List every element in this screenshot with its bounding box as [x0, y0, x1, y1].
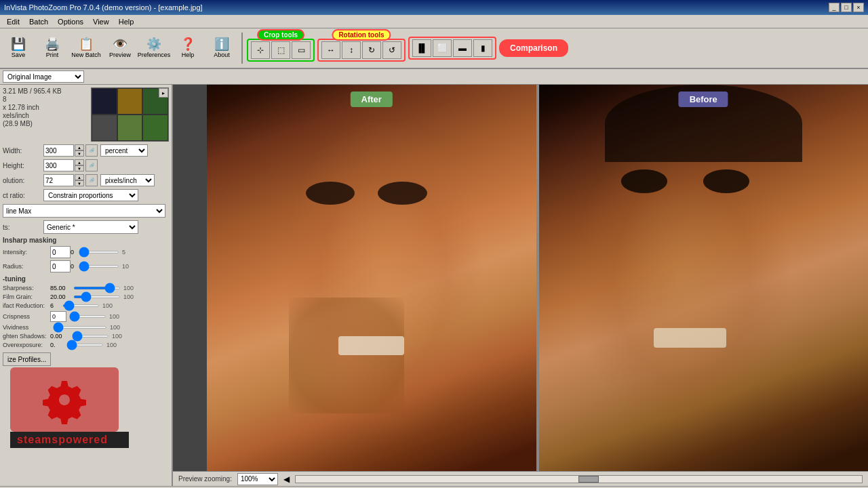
horizontal-scrollbar[interactable]	[295, 475, 863, 483]
original-image-select[interactable]: Original Image	[3, 70, 84, 83]
zoom-select[interactable]: 100% 50% 150% 200%	[237, 473, 278, 485]
expand-thumb-button[interactable]: ▸	[159, 88, 168, 98]
radius-input[interactable]	[50, 260, 71, 272]
height-input[interactable]	[43, 159, 74, 171]
width-unit-select[interactable]: percent pixels inch cm	[100, 144, 148, 157]
radius-slider[interactable]	[79, 265, 119, 268]
preview-after: After	[207, 85, 536, 471]
rotate-ccw-button[interactable]: ↺	[382, 41, 401, 59]
size-value: x 12.78 inch	[3, 104, 39, 111]
help-button[interactable]: ❓ Help	[172, 31, 203, 65]
aspect-ratio-select[interactable]: Constrain proportions Free	[43, 189, 138, 201]
method-row: line Max	[3, 204, 169, 218]
steam-bg	[10, 367, 119, 432]
radius-min: 0	[71, 263, 76, 270]
res-unit: pixels/inch pixels/cm	[100, 174, 155, 186]
lighten-shadows-row: ghten Shadows: 0.00 100	[3, 333, 169, 340]
comparison-button[interactable]: Comparison	[499, 39, 568, 57]
before-teeth	[654, 328, 726, 348]
menu-view[interactable]: View	[89, 16, 113, 27]
lighten-shadows-slider[interactable]	[72, 335, 109, 338]
preferences-label: Preferences	[138, 52, 171, 58]
thumb-cell-4	[92, 115, 117, 141]
preview-button[interactable]: 👁️ Preview	[104, 31, 136, 65]
file-size-value: 3.21 MB / 965.4 KB	[3, 87, 62, 95]
about-label: About	[214, 52, 230, 58]
maximize-button[interactable]: □	[841, 3, 852, 12]
vividness-slider[interactable]	[53, 326, 107, 329]
new-size-row: (28.9 MB)	[3, 120, 88, 127]
width-input[interactable]	[43, 144, 74, 157]
view-single-button[interactable]: ▮	[473, 39, 492, 57]
method-select[interactable]: line Max	[3, 204, 165, 218]
crispness-input[interactable]	[50, 311, 66, 322]
artifact-row: ifact Reduction: 6 100	[3, 302, 169, 309]
sharpness-slider[interactable]	[73, 287, 121, 289]
presets-row: ts: Generic *	[3, 220, 169, 234]
res-unit-select[interactable]: pixels/inch pixels/cm	[100, 174, 155, 186]
crispness-slider[interactable]	[69, 315, 106, 318]
close-button[interactable]: ×	[853, 3, 864, 12]
resolution-label: olution:	[3, 177, 43, 184]
about-button[interactable]: ℹ️ About	[206, 31, 237, 65]
expand-icon[interactable]: ▸	[159, 88, 168, 98]
scroll-left-button[interactable]: ◀	[283, 474, 290, 484]
menu-edit[interactable]: Edit	[3, 16, 24, 27]
preview-before: Before	[539, 85, 869, 471]
select-tool-button[interactable]: ⊹	[251, 41, 270, 59]
res-lock-button[interactable]: 🔗	[85, 174, 98, 186]
new-batch-button[interactable]: 📋 New Batch	[71, 31, 102, 65]
height-lock-button[interactable]: 🔗	[85, 159, 98, 171]
sharpness-value: 85.00	[50, 285, 71, 291]
preferences-button[interactable]: ⚙️ Preferences	[138, 31, 170, 65]
print-button[interactable]: 🖨️ Print	[37, 31, 68, 65]
overexposure-row: Overexposure: 0. 100	[3, 342, 169, 348]
dimensions-row: 8	[3, 96, 88, 103]
crop-custom-button[interactable]: ▭	[292, 41, 311, 59]
film-grain-label: Film Grain:	[3, 293, 50, 300]
height-up-button[interactable]: ▲	[75, 159, 84, 165]
preferences-icon: ⚙️	[146, 38, 161, 50]
view-split-h-button[interactable]: ▬	[453, 39, 472, 57]
film-grain-max: 100	[123, 293, 140, 300]
res-down-button[interactable]: ▼	[75, 180, 84, 186]
menu-batch[interactable]: Batch	[25, 16, 52, 27]
before-face-highlight	[572, 123, 818, 432]
minimize-button[interactable]: _	[829, 3, 840, 12]
crop-rect-button[interactable]: ⬚	[271, 41, 290, 59]
after-eye-right	[378, 182, 427, 205]
flip-v-button[interactable]: ↕	[342, 41, 361, 59]
save-button[interactable]: 💾 Save	[3, 31, 34, 65]
crispness-max: 100	[109, 313, 126, 320]
view-side-by-side-button[interactable]: ▐▌	[412, 39, 431, 57]
ppi-value: xels/inch	[3, 112, 29, 119]
main-content: 3.21 MB / 965.4 KB 8 x 12.78 inch xels/i…	[0, 85, 868, 486]
rotation-tools-group: ↔ ↕ ↻ ↺	[317, 39, 406, 62]
menu-options[interactable]: Options	[54, 16, 87, 27]
vividness-label: Vividness	[3, 324, 50, 331]
resolution-input[interactable]	[43, 174, 74, 186]
toolbar-separator-1	[241, 33, 243, 64]
view-split-v-button[interactable]: ⬜	[433, 39, 452, 57]
batch-icon: 📋	[79, 38, 94, 50]
presets-label: ts:	[3, 224, 43, 231]
radius-max: 10	[122, 263, 139, 270]
save-label: Save	[12, 52, 26, 58]
after-eye-left	[306, 182, 355, 205]
intensity-input[interactable]	[50, 246, 71, 258]
size-profiles-button[interactable]: ize Profiles...	[3, 352, 51, 366]
width-lock-button[interactable]: 🔗	[85, 144, 98, 157]
intensity-slider[interactable]	[79, 251, 119, 253]
artifact-slider[interactable]	[62, 304, 100, 307]
menu-help[interactable]: Help	[115, 16, 138, 27]
rotate-cw-button[interactable]: ↻	[362, 41, 381, 59]
height-down-button[interactable]: ▼	[75, 165, 84, 171]
scrollbar-thumb[interactable]	[578, 476, 599, 483]
res-up-button[interactable]: ▲	[75, 174, 84, 180]
width-down-button[interactable]: ▼	[75, 150, 84, 157]
width-up-button[interactable]: ▲	[75, 144, 84, 150]
overexposure-slider[interactable]	[66, 344, 104, 346]
presets-select[interactable]: Generic *	[43, 220, 138, 234]
film-grain-slider[interactable]	[73, 296, 121, 298]
flip-h-button[interactable]: ↔	[321, 41, 340, 59]
